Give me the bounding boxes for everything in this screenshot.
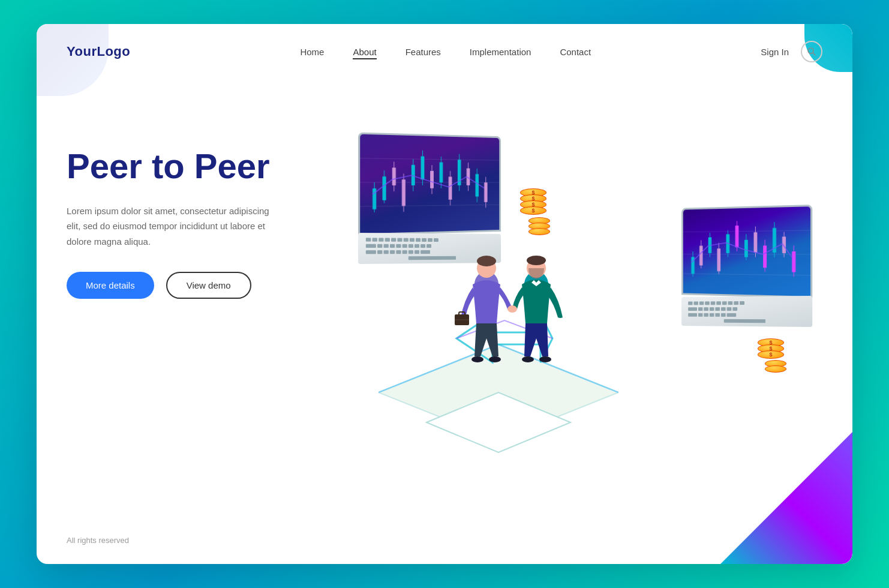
svg-line-1: [813, 53, 815, 55]
hero-illustration: [343, 98, 822, 518]
laptop-right: [678, 206, 810, 326]
svg-line-31: [683, 230, 810, 232]
view-demo-button[interactable]: View demo: [166, 272, 251, 299]
more-details-button[interactable]: More details: [67, 272, 154, 299]
chart-right: [683, 206, 810, 296]
svg-point-65: [489, 356, 501, 362]
svg-line-2: [360, 158, 499, 160]
cta-buttons: More details View demo: [67, 272, 319, 299]
people-svg: [447, 251, 579, 419]
svg-point-68: [527, 256, 546, 265]
navigation: Home About Features Implementation Conta…: [300, 47, 591, 57]
coins-stack-left: [516, 188, 550, 233]
nav-about[interactable]: About: [353, 47, 376, 57]
laptop-left: [361, 134, 504, 263]
svg-point-69: [507, 305, 517, 313]
svg-line-33: [683, 274, 810, 275]
coins-stack-right: [755, 338, 786, 371]
svg-point-60: [477, 256, 496, 266]
main-content: Peer to Peer Lorem ipsum dolor sit amet,…: [37, 62, 852, 554]
nav-implementation[interactable]: Implementation: [470, 47, 531, 57]
nav-home[interactable]: Home: [300, 47, 324, 57]
nav-contact[interactable]: Contact: [560, 47, 591, 57]
svg-point-71: [539, 356, 551, 362]
people-illustration: [447, 251, 579, 422]
laptop-screen-right: [681, 205, 812, 298]
hero-description: Lorem ipsum dolor sit amet, consectetur …: [67, 203, 283, 250]
laptop-screen-left: [358, 132, 501, 235]
header-right: Sign In: [761, 41, 822, 62]
svg-point-70: [522, 356, 534, 362]
header: YourLogo Home About Features Implementat…: [37, 24, 852, 62]
svg-point-64: [471, 356, 483, 362]
nav-features[interactable]: Features: [406, 47, 441, 57]
search-button[interactable]: [801, 41, 822, 62]
sign-in-link[interactable]: Sign In: [761, 47, 789, 57]
left-panel: Peer to Peer Lorem ipsum dolor sit amet,…: [67, 98, 319, 299]
page-wrapper: YourLogo Home About Features Implementat…: [37, 24, 852, 564]
chart-left: [360, 134, 499, 234]
svg-line-4: [360, 205, 499, 206]
search-icon: [807, 47, 816, 56]
hero-title: Peer to Peer: [67, 146, 319, 187]
logo: YourLogo: [67, 44, 130, 59]
footer-copyright: All rights reserved: [67, 536, 129, 545]
